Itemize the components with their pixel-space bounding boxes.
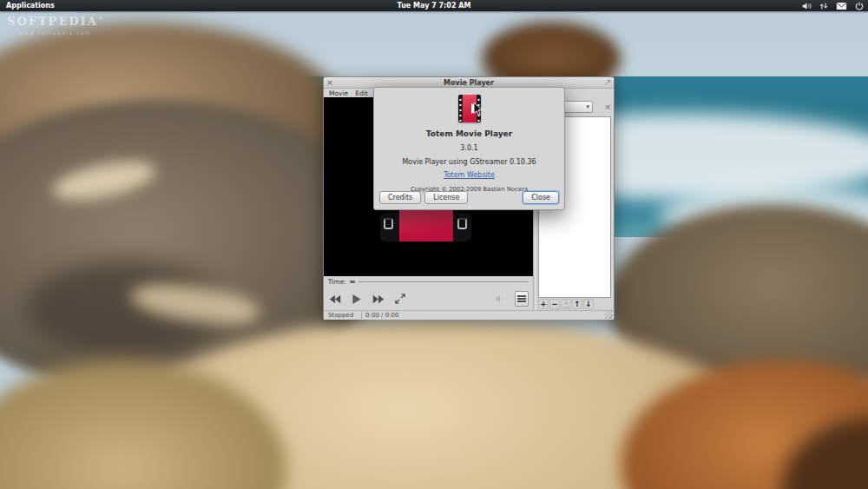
status-state: Stopped [324, 312, 358, 319]
sidebar-toggle-button[interactable] [515, 291, 529, 307]
close-button[interactable]: Close [523, 191, 559, 204]
watermark-title: SOFTPEDIA [7, 15, 98, 28]
filmstrip-perforation [384, 218, 393, 229]
seek-slider-track[interactable] [358, 281, 529, 282]
fullscreen-button[interactable] [393, 292, 407, 306]
playlist-save-button[interactable] [561, 299, 571, 309]
playlist-icon [517, 295, 526, 303]
app-version: 3.0.1 [374, 144, 564, 152]
top-panel: Applications Tue May 7 7:02 AM [0, 0, 868, 11]
credits-button[interactable]: Credits [379, 191, 421, 204]
watermark-subtitle: www.softpedia.com [7, 30, 103, 36]
sidebar-close-button[interactable]: × [604, 102, 611, 112]
resize-grip[interactable] [605, 311, 613, 319]
seek-slider-handle[interactable] [350, 281, 355, 283]
app-description: Movie Player using GStreamer 0.10.36 [374, 158, 564, 166]
window-title: Movie Player [336, 79, 602, 87]
next-button[interactable] [372, 292, 385, 306]
status-time: 0:00 / 0:00 [365, 312, 398, 319]
menu-edit[interactable]: Edit [352, 89, 372, 97]
applications-menu[interactable]: Applications [0, 0, 61, 11]
time-label: Time: [328, 278, 346, 286]
play-button[interactable] [350, 292, 364, 306]
playback-controls [324, 287, 533, 310]
filmstrip-perforation [457, 218, 467, 229]
mouse-cursor [473, 102, 483, 120]
playlist-toolbar: + − ↑ ↓ [536, 298, 614, 310]
totem-website-link[interactable]: Totem Website [444, 171, 495, 179]
clock[interactable]: Tue May 7 7:02 AM [0, 2, 868, 10]
menu-movie[interactable]: Movie [326, 89, 352, 97]
softpedia-watermark: SOFTPEDIA® www.softpedia.com [7, 12, 103, 36]
playlist-add-button[interactable]: + [538, 299, 549, 309]
playlist-remove-button[interactable]: − [549, 299, 560, 309]
playlist-move-up-button[interactable]: ↑ [572, 299, 582, 309]
status-separator [361, 312, 362, 319]
network-icon[interactable] [819, 2, 828, 10]
mail-icon[interactable] [836, 2, 847, 10]
volume-muted-icon[interactable] [493, 292, 507, 306]
app-name: Totem Movie Player [374, 129, 564, 138]
window-restore-button[interactable] [602, 79, 614, 86]
desktop: SOFTPEDIA® www.softpedia.com Application… [0, 0, 868, 489]
chevron-down-icon: ▾ [586, 103, 589, 110]
system-tray [802, 0, 864, 11]
watermark-registered-mark: ® [98, 15, 103, 21]
about-dialog: Totem Movie Player 3.0.1 Movie Player us… [373, 87, 565, 210]
volume-icon[interactable] [802, 2, 812, 10]
status-bar: Stopped 0:00 / 0:00 [324, 310, 614, 320]
seek-bar-row: Time: [324, 276, 533, 287]
window-close-button[interactable]: × [324, 78, 336, 88]
power-icon[interactable] [855, 2, 864, 10]
previous-button[interactable] [328, 292, 342, 306]
totem-logo-red-panel [399, 208, 453, 241]
playlist-move-down-button[interactable]: ↓ [583, 299, 594, 309]
license-button[interactable]: License [424, 191, 468, 204]
